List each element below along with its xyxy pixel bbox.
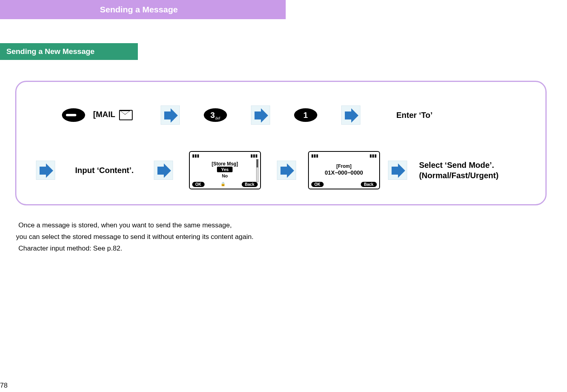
page-title: Sending a Message (100, 5, 178, 14)
screen-store-yes: Yes (217, 167, 233, 172)
screen-store-back: Back (242, 182, 258, 187)
arrow-icon (161, 105, 180, 125)
arrow-icon (36, 161, 55, 180)
select-send-mode-label: Select ‘Send Mode’. (Normal/Fast/Urgent) (419, 160, 499, 181)
arrow-icon (341, 105, 360, 125)
screen-from-number: 01X−000−0000 (325, 169, 363, 176)
battery-icon: ▮▮▮ (370, 153, 377, 158)
screen-store-no: No (222, 173, 228, 179)
keypad-1-icon: 1 (294, 108, 317, 122)
keypad-3-icon: 3 def (204, 108, 227, 122)
select-send-mode-line2: (Normal/Fast/Urgent) (419, 170, 499, 181)
page-number: 78 (0, 382, 8, 390)
mail-label: [MAIL (93, 110, 133, 120)
arrow-icon (251, 105, 270, 125)
section-heading-bar: Sending a New Message (0, 43, 138, 60)
footnote-line-3: Character input method: See p.82. (16, 243, 253, 255)
arrow-icon (277, 161, 296, 180)
arrow-icon (388, 161, 407, 180)
battery-icon: ▮▮▮ (251, 153, 258, 158)
footnote-line-1: Once a message is stored, when you want … (16, 220, 253, 231)
select-send-mode-line1: Select ‘Send Mode’. (419, 160, 499, 170)
phone-key-icon (62, 108, 85, 122)
mail-label-text: [MAIL (93, 110, 115, 119)
screen-scrollbar (256, 159, 259, 182)
procedure-row-2: Input ‘Content’. ▮▮▮ ▮▮▮ [Store Msg] Yes… (36, 150, 499, 190)
signal-icon: ▮▮▮ (311, 153, 318, 158)
screen-from-back: Back (361, 182, 377, 187)
screen-from: ▮▮▮ ▮▮▮ [From] 01X−000−0000 OK Back (308, 151, 380, 189)
enter-to-label: Enter ‘To’ (396, 111, 433, 120)
keypad-1-digit: 1 (303, 111, 308, 120)
signal-icon: ▮▮▮ (192, 153, 199, 158)
arrow-icon (154, 161, 173, 180)
procedure-row-1: [MAIL 3 def 1 Enter ‘To’ (62, 103, 433, 127)
footnotes: Once a message is stored, when you want … (16, 220, 253, 255)
screen-store-header: [Store Msg] (212, 161, 238, 167)
screen-store-msg: ▮▮▮ ▮▮▮ [Store Msg] Yes No OK 🔒 Back (189, 151, 261, 189)
screen-from-ok: OK (311, 182, 324, 187)
screen-store-ok: OK (192, 182, 205, 187)
envelope-icon (119, 110, 133, 120)
section-heading: Sending a New Message (6, 47, 95, 56)
title-bar: Sending a Message (0, 0, 286, 19)
screen-from-header: [From] (336, 163, 352, 169)
keypad-3-sub: def (215, 116, 221, 122)
keypad-3-digit: 3 (210, 111, 215, 120)
lock-icon: 🔒 (221, 182, 225, 187)
footnote-line-2: you can select the stored message to sen… (16, 231, 253, 243)
input-content-label: Input ‘Content’. (75, 166, 134, 175)
